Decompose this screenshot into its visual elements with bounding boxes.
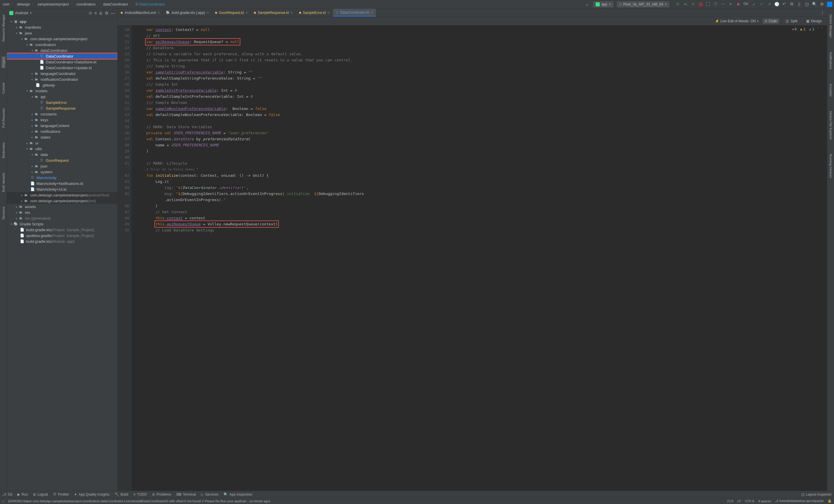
profiler-icon[interactable]: ⏱ — [713, 2, 718, 6]
view-split-button[interactable]: ◫ Split — [783, 19, 799, 24]
project-tree[interactable]: ▾▣app ▸🖿manifests ▾🖿java ▾🖿com.delasign.… — [7, 17, 117, 491]
breadcrumb-item[interactable]: ©DataCoordinator — [134, 2, 166, 6]
avatar-icon[interactable] — [827, 2, 832, 7]
tool-tab-project[interactable]: Project — [1, 56, 6, 68]
history-icon[interactable]: 🕓 — [774, 2, 779, 6]
editor-content[interactable]: 1920212223242526272829303132333435363738… — [117, 25, 827, 491]
device-mirror-icon[interactable]: ▯ — [797, 2, 802, 6]
git-push-icon[interactable]: ↗ — [767, 2, 771, 6]
gear-icon[interactable]: ⚙ — [819, 2, 824, 6]
code-editor[interactable]: var context: Context? = null // API var … — [131, 25, 827, 491]
tool-logcat[interactable]: ≣ Logcat — [33, 492, 48, 497]
toolbar: ↙ app ▾ □ Pixel_3a_API_33_x86_64 ▾ ↻ ⇔ ≡… — [585, 1, 832, 7]
breadcrumb-item[interactable]: dataCoordinator〉 — [102, 2, 134, 7]
close-icon[interactable]: × — [158, 11, 160, 15]
view-design-button[interactable]: ▦ Design — [804, 19, 824, 24]
run-icon[interactable]: ↻ — [676, 2, 680, 6]
tool-tab-pull-requests[interactable]: Pull Requests — [2, 108, 5, 128]
tool-build[interactable]: 🔨 Build — [115, 492, 128, 497]
breadcrumb-item[interactable]: com〉 — [2, 2, 16, 7]
tab-gson-request[interactable]: ◆GsonRequest.kt× — [212, 9, 251, 17]
editor-mode-bar: ⚡Live Edit of literals: ON ▾ ≡ Code ◫ Sp… — [117, 17, 827, 25]
tool-tab-structure[interactable]: Structure — [2, 207, 5, 220]
tool-layout-inspector[interactable]: ◫ Layout Inspector — [801, 492, 832, 497]
close-icon[interactable]: × — [328, 11, 330, 15]
undo-icon[interactable]: ↶ — [782, 2, 787, 6]
tool-run[interactable]: ▶ Run — [17, 492, 28, 497]
gear-icon[interactable]: ⚙ — [105, 11, 109, 15]
select-opened-icon[interactable]: ⊙ — [89, 11, 92, 15]
tool-tab-device-file-explorer[interactable]: Device File Explorer — [829, 111, 833, 139]
tool-tab-emulator[interactable]: Emulator — [829, 84, 833, 97]
tool-tab-running-devices[interactable]: Running Devices — [829, 154, 833, 178]
tool-terminal[interactable]: ⌨ Terminal — [176, 492, 196, 497]
git-commit-icon[interactable]: ✓ — [759, 2, 764, 6]
hide-icon[interactable]: — — [111, 11, 115, 15]
tool-app-quality[interactable]: ✦ App Quality Insights — [74, 492, 109, 497]
tool-tab-resource-manager[interactable]: Resource Manager — [2, 15, 5, 42]
tab-manifest[interactable]: ◆AndroidManifest.xml× — [117, 9, 163, 17]
chevron-up-icon[interactable]: ˆ — [817, 27, 818, 31]
tab-build-gradle[interactable]: 🐘build.gradle.kts (:app)× — [163, 9, 212, 17]
tool-profiler[interactable]: ⏱ Profiler — [53, 492, 69, 497]
tool-tab-bookmarks[interactable]: Bookmarks — [2, 142, 5, 158]
tool-problems[interactable]: ⊘ Problems — [152, 492, 171, 497]
tool-tab-commit[interactable]: Commit — [2, 83, 5, 94]
indent[interactable]: 4 spaces — [758, 499, 771, 503]
expand-icon[interactable]: ≡ — [94, 11, 97, 15]
tool-git[interactable]: ⎇ Git — [2, 492, 12, 497]
tool-todo[interactable]: ≡ TODO — [133, 492, 147, 497]
tab-data-coordinator[interactable]: ◎DataCoordinator.kt× — [333, 9, 376, 17]
close-icon[interactable]: × — [246, 11, 248, 15]
error-count[interactable]: 6 — [792, 27, 797, 31]
chevron-down-icon[interactable]: ˇ — [821, 27, 822, 31]
device-dropdown[interactable]: □ Pixel_3a_API_33_x86_64 ▾ — [617, 1, 669, 7]
avd-icon[interactable]: ◫ — [805, 2, 809, 6]
tab-sample-response[interactable]: ◆SampleResponse.kt× — [251, 9, 296, 17]
tool-services[interactable]: ▷ Services — [201, 492, 218, 497]
weak-warning-count[interactable]: 1 — [808, 27, 814, 31]
sync-icon[interactable]: ↙ — [585, 2, 590, 7]
inspection-summary[interactable]: 6 1 1 ˆ ˇ — [790, 27, 824, 32]
tab-sample-error[interactable]: ◆SampleError.kt× — [296, 9, 333, 17]
status-message: [ERROR] Helper com.delasign.samplestarte… — [8, 499, 270, 503]
view-code-button[interactable]: ≡ Code — [763, 19, 780, 24]
tool-tab-device-manager[interactable]: Device Manager — [829, 15, 833, 38]
tool-tab-notifications[interactable]: Notifications — [829, 52, 833, 69]
breadcrumb-item[interactable]: samplestarterproject〉 — [36, 2, 75, 7]
editor-tabs: ◆AndroidManifest.xml× 🐘build.gradle.kts … — [117, 9, 827, 17]
tab-overflow-icon[interactable]: ⋮ — [818, 9, 827, 17]
git-branch[interactable]: ⎇ tutorial/data/setup-api-requests — [775, 499, 824, 503]
debug-icon[interactable]: 🐞 — [698, 2, 703, 6]
collapse-icon[interactable]: ⇊ — [99, 11, 103, 15]
devices-icon[interactable]: ⧉ — [789, 2, 794, 6]
encoding[interactable]: UTF-8 — [745, 499, 754, 503]
search-icon[interactable]: 🔍 — [812, 2, 817, 6]
git-pull-icon[interactable]: ↙ — [752, 2, 756, 6]
line-ending[interactable]: LF — [737, 499, 741, 503]
tool-app-inspection[interactable]: 🔍 App Inspection — [223, 492, 252, 497]
warning-count[interactable]: 1 — [799, 27, 806, 31]
coverage-icon[interactable]: ⛶ — [706, 2, 710, 6]
left-tool-gutter: Resource Manager Project Commit Pull Req… — [0, 9, 7, 491]
apply-icon[interactable]: ⇔ — [683, 2, 688, 6]
breadcrumb-item[interactable]: coordinators〉 — [75, 2, 102, 7]
close-icon[interactable]: × — [371, 10, 373, 15]
status-icon[interactable]: □ — [2, 499, 4, 503]
project-sidebar: Android ▾ ⊙ ≡ ⇊ ⚙ — ▾▣app ▸🖿manifests ▾🖿… — [7, 9, 117, 491]
close-icon[interactable]: × — [291, 11, 293, 15]
live-edit-toggle[interactable]: ⚡Live Edit of literals: ON ▾ — [715, 19, 759, 23]
caret-position[interactable]: 21:8 — [727, 499, 733, 503]
run-config-dropdown[interactable]: app ▾ — [593, 1, 613, 7]
attach-icon[interactable]: ⋯ — [721, 2, 725, 6]
lock-icon[interactable]: 🔒 — [828, 499, 832, 503]
toolbar-icons: ↻ ⇔ ≡ 🐞 ⛶ ⏱ ⋯ ✦ ■ Git: ↙ ✓ ↗ 🕓 ↶ ⧉ ▯ ◫ 🔍… — [676, 2, 832, 7]
tree-item-datacoordinator[interactable]: ©DataCoordinator — [7, 53, 117, 59]
more-icon[interactable]: ✦ — [728, 2, 733, 6]
code-swap-icon[interactable]: ≡ — [690, 2, 695, 6]
breadcrumb-item[interactable]: delasign〉 — [16, 2, 37, 7]
tool-tab-build-variants[interactable]: Build Variants — [2, 173, 5, 192]
stop-icon[interactable]: ■ — [736, 2, 741, 6]
close-icon[interactable]: × — [207, 11, 209, 15]
sidebar-mode-dropdown[interactable]: Android ▾ — [9, 11, 32, 15]
